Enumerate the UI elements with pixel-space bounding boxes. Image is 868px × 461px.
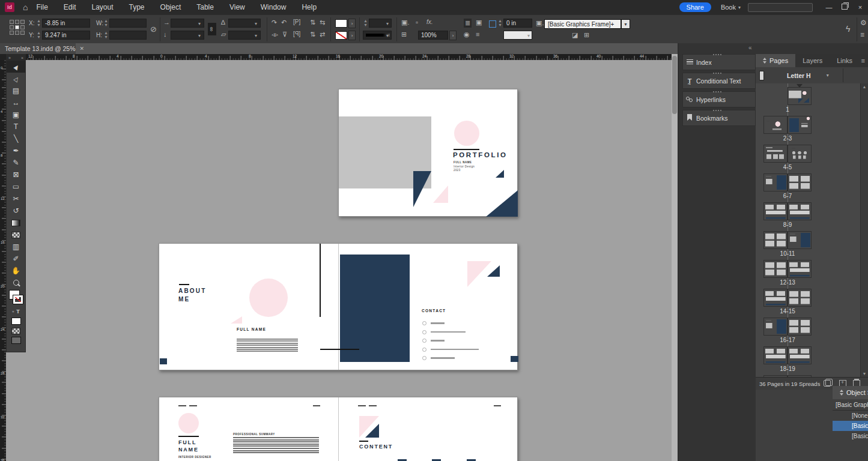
header-dash[interactable] — [358, 405, 366, 406]
spread-thumbnails[interactable] — [763, 231, 812, 249]
page-thumbnail[interactable] — [763, 231, 788, 249]
formatting-container-icon[interactable]: ▫ — [12, 309, 14, 315]
menu-type[interactable]: Type — [129, 3, 145, 11]
tab-links[interactable]: Links — [830, 54, 860, 67]
new-style-icon[interactable]: ⊞ — [584, 31, 589, 39]
x-field[interactable]: -8.85 in — [42, 19, 90, 28]
stroke-weight-stepper[interactable]: ▴▾ — [363, 19, 368, 28]
spread-label[interactable]: 16-17 — [763, 337, 812, 343]
about-pink-circle[interactable] — [249, 279, 288, 317]
share-button[interactable]: Share — [679, 2, 711, 12]
tab-pages[interactable]: Pages — [756, 54, 795, 67]
menu-window[interactable]: Window — [261, 3, 287, 11]
stroke-style-caret-icon[interactable]: ▾ — [386, 33, 389, 38]
h-stepper[interactable]: ▴▾ — [103, 31, 109, 40]
cover-corner-triangle[interactable] — [486, 190, 518, 217]
scissors-tool[interactable]: ✂ — [7, 193, 25, 205]
object-style-none[interactable]: [None]╳ — [833, 411, 868, 421]
dock-button-index[interactable]: Index — [682, 54, 756, 70]
panel-menu-icon[interactable]: ≡ — [860, 31, 864, 39]
pages-scrollbar[interactable]: ▲ ▼ — [860, 83, 868, 377]
spread-label[interactable]: 14-15 — [763, 308, 812, 315]
fill-swatch[interactable] — [335, 19, 347, 28]
cover-pink-circle[interactable] — [454, 121, 479, 146]
wrap-around-icon[interactable]: ▣ — [476, 19, 482, 26]
page-thumbnail[interactable] — [763, 318, 788, 336]
collapse-dock-icon[interactable]: « — [748, 44, 752, 51]
menu-object[interactable]: Object — [160, 3, 181, 11]
spread-thumbnails[interactable] — [763, 346, 812, 364]
book-dropdown[interactable]: Book — [721, 4, 736, 11]
rotate-cw-icon[interactable]: ↷ — [272, 19, 277, 26]
tab-object-styles[interactable]: Object Styles — [833, 386, 868, 399]
resume-text-placeholder[interactable] — [233, 437, 319, 454]
cover-rule-line[interactable] — [454, 149, 479, 150]
about-pink-triangle[interactable] — [231, 316, 242, 324]
w-field[interactable] — [109, 19, 147, 28]
about-text-placeholder[interactable] — [237, 339, 298, 352]
contact-item-row[interactable] — [422, 330, 466, 334]
corner-shape-caret-icon[interactable]: ▾ — [527, 33, 530, 38]
document-tab-close-icon[interactable]: ✕ — [79, 46, 84, 52]
panel-collapse-icon[interactable] — [840, 390, 844, 396]
content-rule-line[interactable] — [359, 441, 368, 442]
h-field[interactable] — [109, 31, 147, 40]
reference-point-locator[interactable] — [10, 20, 25, 35]
cover-title-text[interactable]: PORTFOLIO — [453, 151, 507, 158]
dock-button-conditional-text[interactable]: TConditional Text — [682, 73, 756, 89]
spread-thumbnails[interactable] — [763, 173, 812, 191]
spread-thumbnails[interactable] — [763, 116, 812, 134]
horizontal-ruler[interactable]: 1284048121620242832364044 — [6, 54, 678, 60]
selection-tool[interactable]: ▶ — [7, 61, 25, 73]
menu-view[interactable]: View — [229, 3, 245, 11]
rotate-ccw-icon[interactable]: ↶ — [281, 19, 287, 26]
menu-layout[interactable]: Layout — [92, 3, 114, 11]
page-thumbnail[interactable] — [788, 116, 812, 134]
object-style-dropdown[interactable]: [Basic Graphics Frame]+ — [544, 19, 621, 29]
constrain-dimensions-icon[interactable]: ⊘ — [150, 25, 157, 34]
free-transform-tool[interactable]: ↺ — [7, 205, 25, 217]
story-direction-alt-icon[interactable]: [P] — [293, 31, 300, 37]
about-navy-square[interactable] — [160, 358, 167, 364]
contact-item-row[interactable] — [422, 356, 455, 360]
about-name-label[interactable]: FULL NAME — [237, 327, 266, 331]
clear-overrides-icon[interactable]: ◪ — [572, 31, 578, 39]
spread-thumbnails[interactable] — [763, 318, 812, 336]
contact-item-row[interactable] — [422, 339, 445, 343]
tools-panel-header[interactable]: »× — [7, 55, 25, 61]
opacity-field[interactable]: 100% — [418, 31, 448, 40]
resume-name-heading[interactable]: FULLNAME — [178, 439, 199, 453]
page-thumbnail[interactable] — [788, 202, 812, 220]
spread-thumbnails[interactable] — [763, 145, 812, 163]
expand-panel-icon[interactable]: » — [8, 56, 11, 60]
gradient-tool[interactable] — [7, 217, 25, 229]
spread-label[interactable]: 4-5 — [763, 164, 812, 170]
edit-page-size-icon[interactable] — [824, 380, 831, 387]
ruler-origin-box[interactable] — [0, 54, 6, 60]
spread-label[interactable]: 12-13 — [763, 279, 812, 286]
header-dash[interactable] — [369, 405, 377, 406]
header-dash[interactable] — [313, 405, 320, 406]
screen-mode-button[interactable] — [11, 337, 21, 344]
type-tool[interactable]: T — [7, 121, 25, 133]
stroke-weight-caret-icon[interactable]: ▾ — [386, 21, 389, 26]
y-stepper[interactable]: ▴▾ — [36, 31, 41, 40]
rotation-caret-icon[interactable]: ▾ — [255, 21, 257, 26]
current-object-style-row[interactable]: [Basic Graphics Frame]+ ϟ — [833, 399, 868, 411]
contact-item-row[interactable] — [422, 348, 479, 352]
page-thumbnail[interactable] — [763, 260, 788, 278]
book-caret-icon[interactable]: ▾ — [738, 5, 741, 10]
rectangle-tool[interactable]: ▭ — [7, 181, 25, 193]
opacity-options-button[interactable]: › — [449, 31, 457, 40]
minimize-button[interactable]: — — [821, 4, 837, 11]
flip-vertical-icon[interactable]: ⊽ — [282, 31, 287, 38]
contact-heading[interactable]: CONTACT — [422, 309, 446, 313]
menu-table[interactable]: Table — [196, 3, 214, 11]
corner-radius-field[interactable]: 0 in — [503, 19, 532, 28]
pen-tool[interactable]: ✒ — [7, 145, 25, 157]
cover-pink-triangle[interactable] — [433, 185, 448, 203]
fit-frame-icon[interactable]: ▫ — [416, 19, 418, 26]
page-thumbnail[interactable] — [788, 145, 812, 163]
pencil-tool[interactable]: ✎ — [7, 157, 25, 169]
contact-pink-triangle[interactable] — [467, 261, 491, 287]
